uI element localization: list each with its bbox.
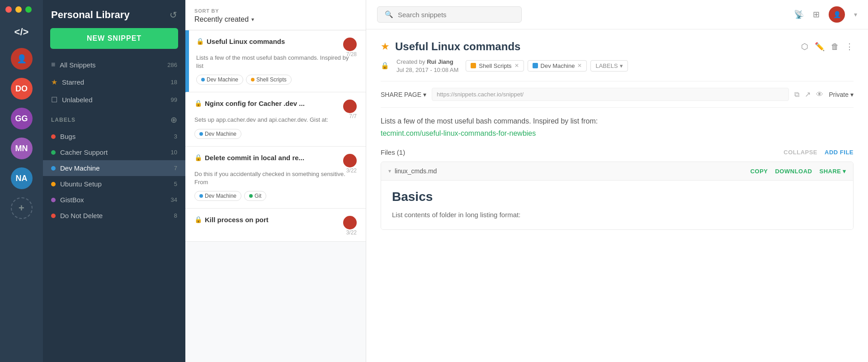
file-name-text: linux_cmds.md — [395, 167, 437, 175]
add-label-text: LABELS — [595, 62, 618, 69]
user-avatar[interactable]: 👤 — [829, 6, 845, 23]
snippet-item-kill-process[interactable]: 🔒 Kill process on port 3/22 — [185, 209, 366, 242]
snippet-item-nginx-config[interactable]: 🔒 Nginx config for Cacher .dev ... Sets … — [185, 92, 366, 146]
avatar-do[interactable]: DO — [11, 78, 33, 100]
sort-chevron-icon: ▾ — [251, 16, 254, 23]
add-label-chevron-icon: ▾ — [620, 62, 623, 69]
active-indicator — [187, 30, 189, 92]
snippet-avatar — [343, 154, 357, 167]
sidebar-item-unlabeled[interactable]: ☐ Unlabeled 99 — [47, 91, 182, 109]
privacy-button[interactable]: Private ▾ — [829, 91, 854, 98]
search-icon: 🔍 — [385, 10, 393, 19]
open-url-icon[interactable]: ↗ — [805, 90, 811, 99]
snippet-items-list: 🔒 Useful Linux commands Lists a few of t… — [185, 30, 366, 362]
collapse-button[interactable]: COLLAPSE — [783, 149, 817, 156]
star-icon: ★ — [51, 78, 57, 86]
lock-icon: 🔒 — [194, 216, 202, 223]
main-avatar[interactable]: 👤 — [11, 48, 33, 70]
avatar-mn[interactable]: MN — [11, 138, 33, 159]
lock-icon: 🔒 — [194, 100, 202, 107]
maximize-button[interactable] — [25, 6, 32, 13]
close-button[interactable] — [5, 6, 12, 13]
label-shell-scripts: Shell Scripts ✕ — [466, 60, 524, 71]
minimize-button[interactable] — [15, 6, 22, 13]
sort-select[interactable]: Recently created ▾ — [194, 15, 357, 24]
sidebar-item-label-gistbox[interactable]: GistBox 34 — [43, 192, 185, 208]
description-link[interactable]: tecmint.com/useful-linux-commands-for-ne… — [381, 129, 536, 137]
rss-icon[interactable]: 📡 — [794, 10, 804, 19]
avatar-do-initials: DO — [11, 78, 33, 100]
new-snippet-button[interactable]: NEW SNIPPET — [50, 28, 178, 49]
lock-icon: 🔒 — [381, 62, 389, 70]
label-count-ubuntu-setup: 5 — [174, 181, 177, 187]
copy-button[interactable]: COPY — [750, 168, 768, 175]
label-count-dev-machine: 7 — [174, 165, 177, 171]
sidebar-item-label-bugs[interactable]: Bugs 3 — [43, 129, 185, 144]
sidebar-item-label-cacher-support[interactable]: Cacher Support 10 — [43, 144, 185, 160]
file-chevron-icon[interactable]: ▾ — [388, 168, 391, 174]
labels-section-header: LABELS ⊕ — [43, 109, 185, 129]
share-chevron-icon: ▾ — [843, 168, 846, 175]
sidebar-item-label-dev-machine[interactable]: Dev Machine 7 — [43, 160, 185, 176]
snippet-desc: Sets up app.cacher.dev and api.cacher.de… — [194, 116, 357, 124]
search-box[interactable]: 🔍 — [377, 6, 522, 23]
add-label-tag-button[interactable]: LABELS ▾ — [590, 60, 627, 71]
tag-dev-machine: Dev Machine — [194, 191, 241, 201]
tag-dev-machine: Dev Machine — [196, 75, 243, 85]
avatar-mn-initials: MN — [11, 138, 33, 159]
label-name-dev-machine: Dev Machine — [60, 164, 100, 172]
label-dot-cacher-support — [51, 150, 56, 155]
snippet-tags: Dev Machine — [194, 129, 357, 139]
share-button[interactable]: SHARE ▾ — [819, 168, 846, 175]
sidebar-item-all-snippets[interactable]: ≡ All Snippets 286 — [47, 56, 182, 73]
remove-shell-scripts-button[interactable]: ✕ — [514, 62, 519, 69]
add-account-button[interactable]: + — [11, 197, 33, 219]
file-action-buttons: COPY DOWNLOAD SHARE ▾ — [750, 168, 846, 175]
library-header: Personal Library ↺ — [43, 0, 185, 28]
user-dropdown-chevron-icon[interactable]: ▾ — [854, 11, 857, 18]
snippet-avatar-img — [343, 100, 357, 113]
eye-icon: 👁 — [816, 90, 823, 99]
nav-section: ≡ All Snippets 286 ★ Starred 18 ☐ Unlabe… — [43, 56, 185, 109]
dev-machine-color — [533, 63, 538, 68]
avatar-na[interactable]: NA — [11, 167, 33, 189]
download-button[interactable]: DOWNLOAD — [775, 168, 812, 175]
files-section: Files (1) COLLAPSE ADD FILE ▾ linux_cmds… — [381, 148, 854, 230]
all-snippets-count: 286 — [167, 62, 177, 68]
edit-icon[interactable]: ✏️ — [815, 42, 825, 52]
file-content-title: Basics — [392, 190, 842, 204]
share-page-chevron-icon: ▾ — [423, 91, 426, 98]
remove-dev-machine-button[interactable]: ✕ — [577, 62, 582, 69]
copy-url-icon[interactable]: ⧉ — [794, 90, 799, 99]
avatar-gg[interactable]: GG — [11, 108, 33, 129]
starred-label: Starred — [62, 78, 84, 86]
github-icon[interactable]: ⬡ — [801, 42, 808, 52]
add-file-button[interactable]: ADD FILE — [825, 149, 854, 156]
header-right: 📡 ⊞ 👤 ▾ — [794, 6, 857, 23]
tag-shell-scripts: Shell Scripts — [246, 75, 292, 85]
snippet-description: Lists a few of the most useful bash comm… — [381, 115, 854, 139]
add-label-button[interactable]: ⊕ — [170, 115, 177, 125]
label-count-gistbox: 34 — [171, 196, 177, 203]
snippet-item-delete-commit[interactable]: 🔒 Delete commit in local and re... Do th… — [185, 147, 366, 209]
lock-icon: 🔒 — [196, 38, 204, 45]
sort-by-label: SORT BY — [194, 8, 357, 14]
grid-icon[interactable]: ⊞ — [813, 10, 820, 19]
delete-icon[interactable]: 🗑 — [831, 42, 839, 52]
snippet-desc: Do this if you accidentally checked in s… — [194, 170, 357, 186]
snippet-item-useful-linux[interactable]: 🔒 Useful Linux commands Lists a few of t… — [185, 30, 366, 92]
tag-dev-machine: Dev Machine — [194, 129, 241, 139]
sidebar-item-label-ubuntu-setup[interactable]: Ubuntu Setup 5 — [43, 176, 185, 192]
more-icon[interactable]: ⋮ — [845, 42, 854, 52]
star-button[interactable]: ★ — [381, 41, 390, 52]
sidebar-item-label-do-not-delete[interactable]: Do Not Delete 8 — [43, 208, 185, 224]
snippet-title: Useful Linux commands — [207, 38, 343, 45]
refresh-button[interactable]: ↺ — [170, 10, 177, 20]
search-input[interactable] — [398, 11, 514, 19]
label-shell-scripts-text: Shell Scripts — [479, 62, 511, 69]
share-page-button[interactable]: SHARE PAGE ▾ — [381, 91, 426, 98]
description-text: Lists a few of the most useful bash comm… — [381, 117, 598, 125]
sidebar-item-starred[interactable]: ★ Starred 18 — [47, 73, 182, 91]
library-panel: Personal Library ↺ NEW SNIPPET ≡ All Sni… — [43, 0, 185, 362]
detail-labels: Shell Scripts ✕ Dev Machine ✕ LABELS ▾ — [466, 60, 627, 71]
